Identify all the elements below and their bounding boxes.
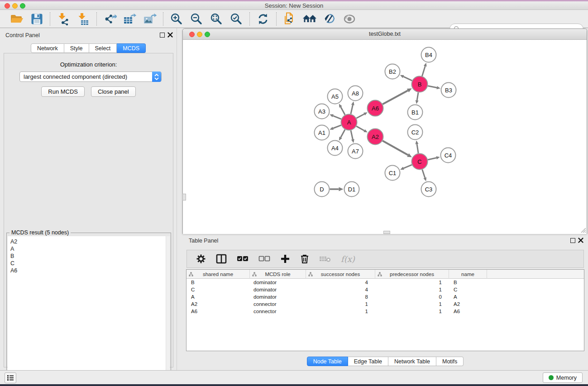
column-header-predecessor-nodes[interactable]: predecessor nodes xyxy=(375,270,449,279)
memory-button[interactable]: Memory xyxy=(543,372,583,383)
result-scrollbar[interactable] xyxy=(166,236,170,385)
tab-style[interactable]: Style xyxy=(64,43,89,53)
graph-edge[interactable] xyxy=(422,170,425,178)
float-panel-icon[interactable] xyxy=(160,33,165,38)
graph-edge[interactable] xyxy=(403,76,412,81)
graph-node-C2[interactable]: C2 xyxy=(408,125,423,140)
task-history-button[interactable] xyxy=(5,372,16,383)
export-image-icon[interactable] xyxy=(142,12,158,26)
network-canvas-svg[interactable]: B4B2BB3A8A5A6A3B1AC2A1A2A4A7C4CC1DC3D1 xyxy=(183,40,587,234)
tab-node-table[interactable]: Node Table xyxy=(307,357,348,366)
criterion-dropdown[interactable]: largest connected component (directed) xyxy=(19,71,162,82)
graph-node-A7[interactable]: A7 xyxy=(348,144,363,159)
resize-grip-icon[interactable] xyxy=(580,227,586,233)
graph-node-A5[interactable]: A5 xyxy=(328,89,343,104)
new-network-icon[interactable] xyxy=(282,12,297,26)
table-row[interactable]: Bdominator41B xyxy=(186,279,584,286)
import-table-icon[interactable] xyxy=(76,12,91,26)
graph-node-C3[interactable]: C3 xyxy=(421,182,436,197)
zoom-fit-icon[interactable] xyxy=(209,12,224,26)
graph-edge[interactable] xyxy=(333,116,341,119)
graph-node-B1[interactable]: B1 xyxy=(408,105,423,120)
graph-node-D[interactable]: D xyxy=(315,182,330,197)
close-panel-icon[interactable] xyxy=(578,238,583,243)
tab-edge-table[interactable]: Edge Table xyxy=(348,357,388,366)
table-row[interactable]: A2connector11A2 xyxy=(186,300,584,308)
show-graphics-details-icon[interactable] xyxy=(342,12,357,26)
table-row[interactable]: Adominator80A xyxy=(186,293,584,300)
graph-edge[interactable] xyxy=(422,66,425,76)
horizontal-scroll-handle[interactable] xyxy=(383,231,390,234)
graph-edge[interactable] xyxy=(382,141,408,155)
graph-edge[interactable] xyxy=(382,91,408,104)
graph-node-A1[interactable]: A1 xyxy=(315,125,330,140)
network-window-titlebar[interactable]: testGlobe.txt xyxy=(183,29,587,40)
export-table-icon[interactable] xyxy=(122,12,138,26)
vertical-scroll-handle[interactable] xyxy=(182,194,186,200)
refresh-view-icon[interactable] xyxy=(255,12,271,26)
graph-node-D1[interactable]: D1 xyxy=(344,182,359,197)
column-header-name[interactable]: name xyxy=(449,270,487,279)
delete-table-icon[interactable] xyxy=(319,255,331,262)
graph-node-A8[interactable]: A8 xyxy=(348,86,363,101)
graph-node-A3[interactable]: A3 xyxy=(315,104,330,119)
result-list-item[interactable]: A2 xyxy=(10,238,170,245)
mcds-result-list[interactable]: A2ABCA6 xyxy=(8,236,170,385)
delete-columns-icon[interactable] xyxy=(300,254,309,264)
deselect-all-checkboxes-icon[interactable] xyxy=(258,256,270,262)
graph-edge[interactable] xyxy=(428,86,437,88)
split-view-icon[interactable] xyxy=(216,254,227,264)
zoom-selected-icon[interactable] xyxy=(229,12,244,26)
table-row[interactable]: Cdominator41C xyxy=(186,286,584,293)
graph-edge[interactable] xyxy=(356,126,364,131)
add-column-icon[interactable] xyxy=(280,254,290,264)
table-row[interactable]: A6connector11A6 xyxy=(186,308,584,315)
home-icon[interactable] xyxy=(302,12,317,26)
graph-node-C1[interactable]: C1 xyxy=(385,166,400,181)
graph-node-B2[interactable]: B2 xyxy=(385,64,400,79)
graph-edge[interactable] xyxy=(351,130,353,139)
tab-network[interactable]: Network xyxy=(31,43,64,53)
graph-edge[interactable] xyxy=(341,129,345,137)
save-session-icon[interactable] xyxy=(29,12,44,26)
tab-motifs[interactable]: Motifs xyxy=(436,357,464,366)
graph-node-B3[interactable]: B3 xyxy=(441,83,456,98)
result-list-item[interactable]: C xyxy=(10,260,170,267)
graph-edge[interactable] xyxy=(403,165,411,168)
export-network-icon[interactable] xyxy=(102,12,118,26)
float-panel-icon[interactable] xyxy=(570,238,575,243)
graph-edge[interactable] xyxy=(333,125,341,129)
node-table[interactable]: shared nameMCDS rolesuccessor nodesprede… xyxy=(186,269,584,351)
graph-node-A[interactable]: A xyxy=(341,114,357,130)
import-network-icon[interactable] xyxy=(56,12,71,26)
hide-annotations-icon[interactable] xyxy=(322,12,337,26)
graph-edge[interactable] xyxy=(341,107,345,114)
open-session-icon[interactable] xyxy=(9,12,24,26)
graph-node-A6[interactable]: A6 xyxy=(368,100,383,116)
result-list-item[interactable]: B xyxy=(10,253,170,260)
result-list-item[interactable]: A6 xyxy=(10,267,170,274)
graph-edge[interactable] xyxy=(417,92,418,100)
close-panel-button[interactable]: Close panel xyxy=(91,86,136,97)
graph-node-C4[interactable]: C4 xyxy=(441,148,456,163)
tab-mcds[interactable]: MCDS xyxy=(117,43,146,53)
tab-select[interactable]: Select xyxy=(89,43,117,53)
select-all-checkboxes-icon[interactable] xyxy=(237,256,249,262)
zoom-in-icon[interactable] xyxy=(169,12,184,26)
graph-edge[interactable] xyxy=(428,158,436,160)
column-header-shared-name[interactable]: shared name xyxy=(186,270,250,279)
column-header-MCDS-role[interactable]: MCDS role xyxy=(250,270,306,279)
function-builder-icon[interactable]: f(x) xyxy=(341,254,355,264)
graph-node-A4[interactable]: A4 xyxy=(328,141,343,156)
graph-node-B[interactable]: B xyxy=(412,76,428,92)
settings-gear-icon[interactable] xyxy=(196,254,206,264)
graph-node-B4[interactable]: B4 xyxy=(421,48,436,62)
graph-node-A2[interactable]: A2 xyxy=(368,129,383,145)
graph-node-C[interactable]: C xyxy=(412,154,428,170)
run-mcds-button[interactable]: Run MCDS xyxy=(41,86,85,97)
graph-edge[interactable] xyxy=(417,144,418,153)
zoom-out-icon[interactable] xyxy=(189,12,204,26)
result-list-item[interactable]: A xyxy=(10,245,170,253)
graph-edge[interactable] xyxy=(356,114,364,118)
tab-network-table[interactable]: Network Table xyxy=(388,357,436,366)
